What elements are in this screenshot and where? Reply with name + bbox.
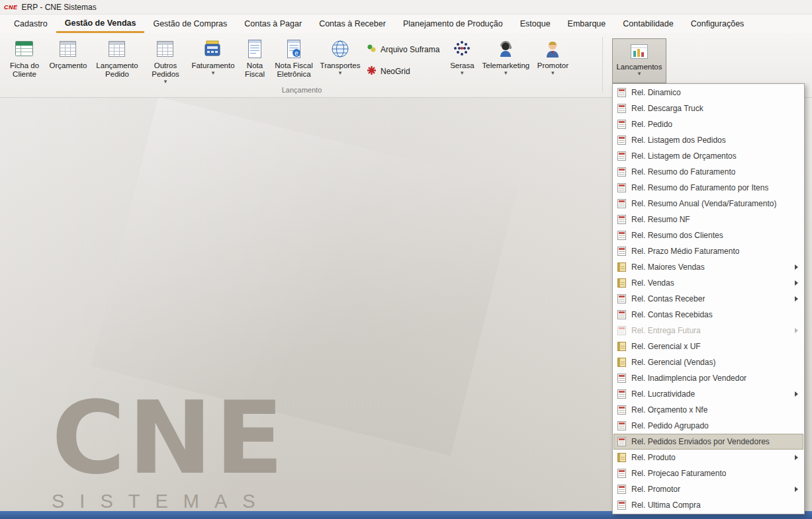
report-icon [617,167,626,177]
chevron-down-icon [461,70,464,76]
menu-item-rel-gerencial-vendas[interactable]: Rel. Gerencial (Vendas) [613,354,803,370]
chevron-down-icon [339,70,342,76]
menu-item-rel-contas-recebidas[interactable]: Rel. Contas Recebidas [613,307,803,323]
menu-item-rel-gerencial-x-uf[interactable]: Rel. Gerencial x UF [613,339,803,354]
report-icon [617,500,626,510]
document-icon [246,38,263,60]
tab-estoque[interactable]: Estoque [512,15,559,33]
ribbon-small-button-stack: Arquivo Suframa NeoGrid [364,36,445,77]
ribbon-button-lancamentos[interactable]: Lancamentos [612,38,666,83]
ledger-icon [617,358,626,367]
menu-item-rel-contas-receber[interactable]: Rel. Contas Receber [613,291,803,307]
client-card-icon [15,38,34,60]
menu-item-rel-dinamico[interactable]: Rel. Dinamico [613,85,803,100]
menu-item-rel-resumo-nf[interactable]: Rel. Resumo NF [613,212,803,227]
chevron-down-icon [504,70,508,76]
ribbon-button-arquivo-suframa[interactable]: Arquivo Suframa [367,44,439,56]
tab-cadastro[interactable]: Cadastro [5,15,56,33]
menu-item-rel-descarga-truck[interactable]: Rel. Descarga Truck [613,100,803,116]
menu-item-rel-ultima-compra[interactable]: Rel. Ultima Compra [613,497,803,513]
menu-item-rel-resumo-anual[interactable]: Rel. Resumo Anual (Venda/Faturamento) [613,196,803,212]
ribbon-button-label: Lançamento Pedido [93,61,142,79]
menu-item-rel-pedido-agrupado[interactable]: Rel. Pedido Agrupado [613,418,803,434]
ribbon-button-orcamento[interactable]: Orçamento [46,36,90,70]
menu-item-rel-resumo-do-faturamento-por-itens[interactable]: Rel. Resumo do Faturamento por Itens [613,180,803,196]
tab-planejamento-de-producao[interactable]: Planejamento de Produção [394,15,512,33]
menu-item-rel-prazo-medio-faturamento[interactable]: Rel. Prazo Médio Faturamento [613,243,803,259]
chevron-down-icon [638,71,641,77]
ledger-icon [617,453,626,462]
report-icon [617,231,626,240]
report-icon [617,136,626,145]
report-icon [617,294,626,303]
ribbon-button-label: Nota Fiscal [241,61,269,79]
report-icon [617,215,626,224]
menu-item-rel-listagem-dos-pedidos[interactable]: Rel. Listagem dos Pedidos [613,132,803,148]
tab-gestao-de-compras[interactable]: Gestão de Compras [144,15,236,33]
ribbon-button-nota-fiscal-eletronica[interactable]: e Nota Fiscal Eletrônica [271,36,316,79]
menu-item-rel-projecao-faturamento[interactable]: Rel. Projecao Faturamento [613,465,803,481]
ledger-icon [617,278,626,288]
chevron-down-icon [164,79,167,85]
ribbon-button-label: Arquivo Suframa [381,45,439,54]
invoice-machine-icon [203,38,223,60]
menu-item-rel-resumo-do-faturamento[interactable]: Rel. Resumo do Faturamento [613,164,803,180]
document-e-icon: e [285,38,302,60]
neogrid-icon [367,65,377,77]
ribbon-button-label: Nota Fiscal Eletrônica [273,61,315,79]
menu-item-rel-lucratividade[interactable]: Rel. Lucratividade [613,386,803,402]
ribbon-button-serasa[interactable]: Serasa [446,36,478,76]
menu-item-rel-produto[interactable]: Rel. Produto [613,450,803,465]
report-icon [617,485,626,494]
spreadsheet-icon [107,38,127,60]
submenu-arrow-icon [795,296,798,301]
submenu-arrow-icon [795,280,798,286]
ribbon-button-transportes[interactable]: Transportes [318,36,363,76]
report-icon [617,151,626,161]
titlebar: CNE ERP - CNE Sistemas [0,0,812,15]
ribbon-button-lancamento-pedido[interactable]: Lançamento Pedido [91,36,143,79]
lancamentos-dropdown-menu: Rel. Dinamico Rel. Descarga Truck Rel. P… [612,83,805,514]
submenu-arrow-icon [795,455,798,460]
report-icon [617,88,626,97]
cne-watermark: CNE SISTEMAS [52,389,287,511]
ribbon-button-faturamento[interactable]: Faturamento [188,36,238,76]
menu-item-rel-maiores-vendas[interactable]: Rel. Maiores Vendas [613,259,803,275]
ribbon-button-neogrid[interactable]: NeoGrid [367,65,439,77]
chevron-down-icon [212,70,215,76]
submenu-arrow-icon [795,328,798,333]
ribbon-button-nota-fiscal[interactable]: Nota Fiscal [240,36,270,79]
menu-item-rel-vendas[interactable]: Rel. Vendas [613,275,803,291]
report-icon [617,437,626,446]
menu-item-rel-listagem-de-orcamentos[interactable]: Rel. Listagem de Orçamentos [613,148,803,164]
menu-item-rel-entrega-futura[interactable]: Rel. Entrega Futura [613,323,803,339]
ledger-icon [617,262,626,272]
tab-configuracoes[interactable]: Configurações [682,15,753,33]
tab-gestao-de-vendas[interactable]: Gestão de Vendas [56,15,145,33]
report-icon [617,120,626,129]
ribbon-button-label: Ficha do Cliente [5,61,44,79]
menu-item-rel-pedido[interactable]: Rel. Pedido [613,116,803,132]
tab-embarque[interactable]: Embarque [559,15,615,33]
watermark-sub-text: SISTEMAS [52,491,287,511]
ribbon-button-label: Orçamento [50,61,87,70]
tab-contas-a-receber[interactable]: Contas à Receber [310,15,394,33]
ribbon-button-telemarketing[interactable]: Telemarketing [479,36,532,76]
menu-item-rel-orcamento-x-nfe[interactable]: Rel. Orçamento x Nfe [613,402,803,418]
ribbon-button-label: NeoGrid [381,67,410,76]
ribbon-tabbar: Cadastro Gestão de Vendas Gestão de Comp… [0,15,812,33]
menu-item-rel-inadimplencia-por-vendedor[interactable]: Rel. Inadimplencia por Vendedor [613,370,803,386]
dots-grid-icon [453,38,471,60]
ribbon-button-outros-pedidos[interactable]: Outros Pedidos [144,36,187,85]
tab-contas-a-pagar[interactable]: Contas à Pagar [236,15,310,33]
ribbon-button-promotor[interactable]: Promotor [533,36,572,76]
submenu-arrow-icon [795,391,798,397]
menu-item-rel-pedidos-enviados-por-vendedores[interactable]: Rel. Pedidos Enviados por Vendedores [613,434,803,450]
menu-item-rel-resumo-dos-clientes[interactable]: Rel. Resumo dos Clientes [613,227,803,243]
cne-logo-icon: CNE [4,4,18,11]
menu-item-rel-promotor[interactable]: Rel. Promotor [613,481,803,497]
spreadsheet-icon [58,38,78,60]
ribbon-button-ficha-do-cliente[interactable]: Ficha do Cliente [4,36,45,79]
tab-contabilidade[interactable]: Contabilidade [614,15,682,33]
submenu-arrow-icon [795,264,798,270]
